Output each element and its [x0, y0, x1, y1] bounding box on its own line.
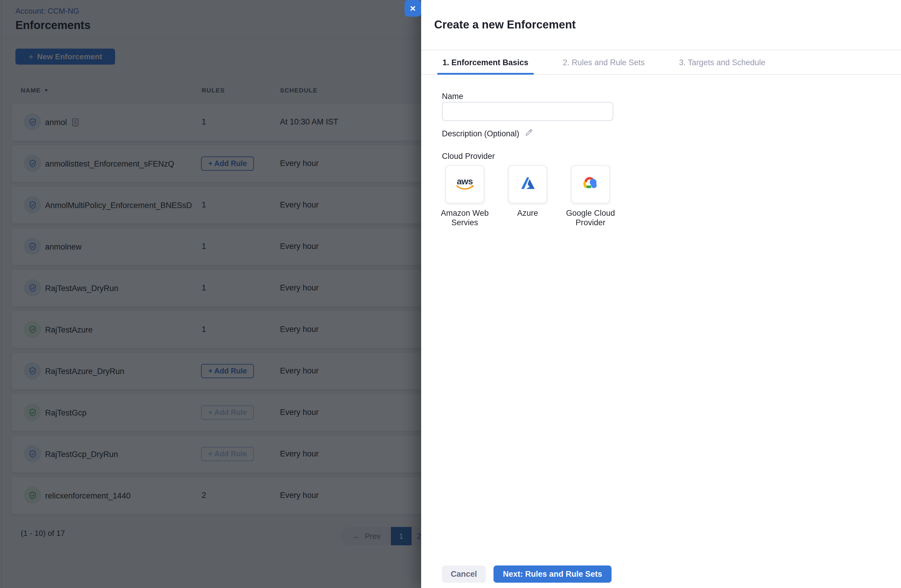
next-button[interactable]: Next: Rules and Rule Sets — [494, 565, 611, 583]
cancel-button[interactable]: Cancel — [442, 565, 486, 583]
app-root: Account: CCM-NG Enforcements + New Enfor… — [0, 0, 901, 588]
cloud-provider-card[interactable] — [508, 165, 547, 203]
wizard-tab[interactable]: 2. Rules and Rule Sets — [558, 50, 650, 74]
azure-logo-icon — [520, 176, 535, 193]
create-enforcement-drawer: Create a new Enforcement 1. Enforcement … — [421, 0, 901, 588]
description-row: Description (Optional) — [442, 128, 532, 139]
gcp-logo-icon — [581, 176, 599, 193]
cloud-provider-option: Azure — [508, 165, 547, 203]
description-label: Description (Optional) — [442, 129, 519, 138]
wizard-tab[interactable]: 3. Targets and Schedule — [674, 50, 771, 74]
close-drawer-button[interactable]: ✕ — [405, 0, 421, 17]
cloud-provider-label: Cloud Provider — [442, 152, 495, 161]
cloud-provider-card[interactable]: aws — [446, 165, 484, 203]
cloud-provider-name: Azure — [493, 208, 562, 218]
cloud-provider-option: Google Cloud Provider — [571, 165, 610, 203]
cloud-provider-name: Google Cloud Provider — [556, 208, 625, 227]
drawer-title: Create a new Enforcement — [434, 19, 576, 31]
cloud-provider-option: aws Amazon Web Servies — [446, 165, 484, 203]
wizard-tab[interactable]: 1. Enforcement Basics — [437, 50, 534, 74]
name-label: Name — [442, 92, 463, 101]
aws-logo-icon: aws — [456, 178, 474, 191]
cloud-provider-card[interactable] — [571, 165, 610, 203]
cloud-provider-name: Amazon Web Servies — [430, 208, 499, 227]
pencil-icon — [525, 128, 532, 139]
edit-description-button[interactable] — [525, 128, 532, 139]
name-input[interactable] — [442, 102, 613, 121]
cloud-provider-options: aws Amazon Web Servies Azure — [446, 165, 610, 203]
close-icon: ✕ — [410, 4, 416, 13]
wizard-tabs: 1. Enforcement Basics 2. Rules and Rule … — [421, 50, 901, 75]
